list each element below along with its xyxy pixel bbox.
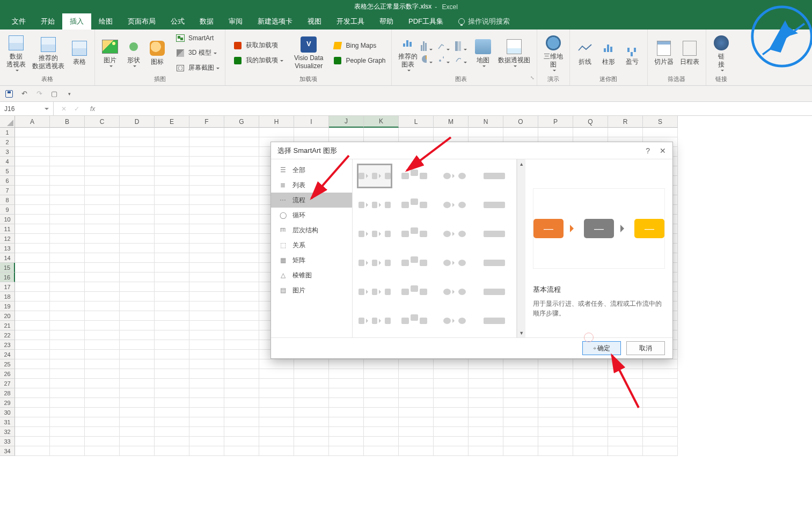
cell[interactable]: [50, 205, 85, 215]
visio-button[interactable]: VVisio Data Visualizer: [291, 35, 326, 71]
cell[interactable]: [189, 176, 224, 186]
cell[interactable]: [224, 195, 259, 205]
cell[interactable]: [224, 311, 259, 321]
cell[interactable]: [329, 369, 364, 379]
cell[interactable]: [643, 408, 678, 417]
tab-insert[interactable]: 插入: [62, 13, 91, 30]
col-header-K[interactable]: K: [364, 116, 399, 128]
cell[interactable]: [399, 369, 434, 379]
cell[interactable]: [85, 128, 120, 137]
cell[interactable]: [85, 137, 120, 147]
row-header-5[interactable]: 5: [0, 166, 15, 176]
cell[interactable]: [434, 128, 469, 137]
cell[interactable]: [224, 350, 259, 359]
cell[interactable]: [364, 417, 399, 427]
cell[interactable]: [120, 282, 155, 292]
cell[interactable]: [573, 398, 608, 408]
cell[interactable]: [85, 292, 120, 301]
cell[interactable]: [329, 379, 364, 388]
col-header-P[interactable]: P: [538, 116, 573, 128]
layout-scrollbar[interactable]: ▲ ▼: [517, 159, 525, 337]
cell[interactable]: [503, 417, 538, 427]
cell[interactable]: [364, 408, 399, 417]
cell[interactable]: [224, 446, 259, 456]
layout-option-6[interactable]: [397, 193, 432, 217]
row-header-11[interactable]: 11: [0, 224, 15, 234]
cell[interactable]: [155, 437, 189, 446]
cell[interactable]: [85, 398, 120, 408]
cell[interactable]: [573, 427, 608, 437]
cell[interactable]: [364, 128, 399, 137]
cell[interactable]: [120, 157, 155, 166]
chart-type-column[interactable]: [421, 41, 433, 51]
cell[interactable]: [85, 244, 120, 253]
cell[interactable]: [85, 369, 120, 379]
col-header-G[interactable]: G: [224, 116, 259, 128]
category-矩阵[interactable]: ▦矩阵: [271, 253, 352, 268]
cell[interactable]: [120, 417, 155, 427]
cell[interactable]: [259, 369, 294, 379]
cell[interactable]: [224, 437, 259, 446]
cell[interactable]: [155, 253, 189, 263]
cell[interactable]: [15, 253, 50, 263]
smartart-button[interactable]: SmartArt: [173, 32, 222, 44]
dialog-titlebar[interactable]: 选择 SmartArt 图形 ? ✕: [271, 142, 672, 159]
cell[interactable]: [503, 388, 538, 398]
cell[interactable]: [50, 311, 85, 321]
cell[interactable]: [189, 330, 224, 340]
cell[interactable]: [50, 446, 85, 456]
cell[interactable]: [50, 369, 85, 379]
cell[interactable]: [434, 446, 469, 456]
cell[interactable]: [224, 359, 259, 369]
cell[interactable]: [189, 417, 224, 427]
cell[interactable]: [189, 137, 224, 147]
cell[interactable]: [120, 301, 155, 311]
cell[interactable]: [643, 369, 678, 379]
cell[interactable]: [15, 408, 50, 417]
cell[interactable]: [189, 350, 224, 359]
row-header-9[interactable]: 9: [0, 205, 15, 215]
cell[interactable]: [85, 282, 120, 292]
pivot-table-button[interactable]: 数据 透视表: [3, 33, 29, 73]
row-header-12[interactable]: 12: [0, 234, 15, 244]
cell[interactable]: [224, 244, 259, 253]
layout-option-15[interactable]: [437, 251, 472, 275]
layout-option-18[interactable]: [397, 279, 432, 304]
cell[interactable]: [50, 321, 85, 330]
row-header-28[interactable]: 28: [0, 388, 15, 398]
cell[interactable]: [503, 446, 538, 456]
col-header-R[interactable]: R: [608, 116, 643, 128]
cell[interactable]: [85, 359, 120, 369]
layout-option-1[interactable]: [357, 164, 392, 188]
cell[interactable]: [120, 408, 155, 417]
cell[interactable]: [189, 273, 224, 282]
col-header-A[interactable]: A: [15, 116, 50, 128]
cell[interactable]: [503, 398, 538, 408]
cell[interactable]: [120, 340, 155, 350]
row-header-4[interactable]: 4: [0, 157, 15, 166]
cell[interactable]: [189, 253, 224, 263]
cell[interactable]: [120, 437, 155, 446]
cell[interactable]: [259, 417, 294, 427]
cell[interactable]: [189, 205, 224, 215]
cell[interactable]: [259, 379, 294, 388]
cell[interactable]: [120, 224, 155, 234]
row-header-33[interactable]: 33: [0, 437, 15, 446]
cell[interactable]: [155, 350, 189, 359]
cell[interactable]: [224, 224, 259, 234]
cell[interactable]: [643, 446, 678, 456]
cell[interactable]: [189, 340, 224, 350]
cell[interactable]: [155, 388, 189, 398]
col-header-N[interactable]: N: [469, 116, 503, 128]
cell[interactable]: [294, 369, 329, 379]
cell[interactable]: [469, 388, 503, 398]
cell[interactable]: [224, 321, 259, 330]
cell[interactable]: [15, 388, 50, 398]
cell[interactable]: [85, 205, 120, 215]
cell[interactable]: [155, 330, 189, 340]
cell[interactable]: [85, 446, 120, 456]
cell[interactable]: [189, 292, 224, 301]
dialog-help-button[interactable]: ?: [646, 146, 650, 155]
cell[interactable]: [189, 195, 224, 205]
cell[interactable]: [50, 157, 85, 166]
